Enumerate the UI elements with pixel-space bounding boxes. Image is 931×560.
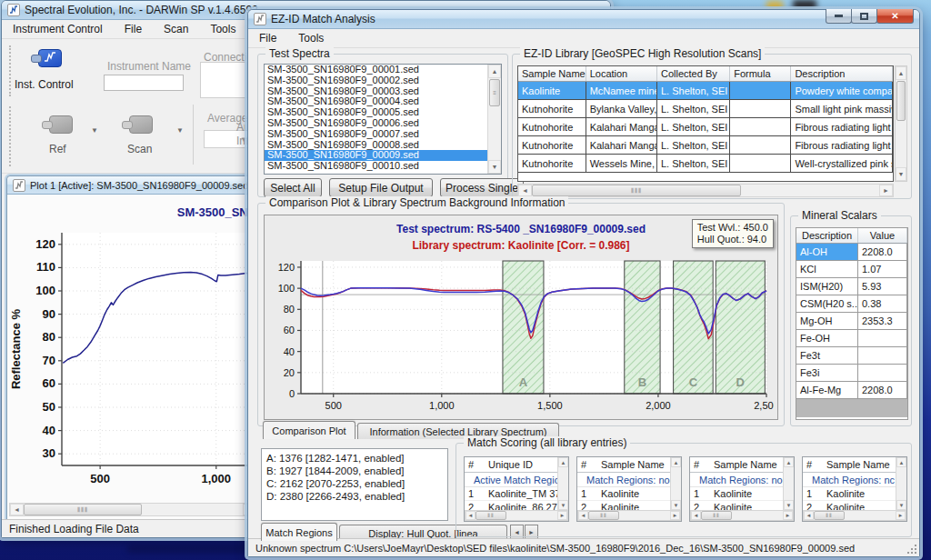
scroll-right-icon[interactable]: ► (879, 185, 893, 196)
column-header-value[interactable]: Value (858, 228, 907, 243)
scroll-thumb[interactable] (896, 81, 906, 121)
scroll-left-icon[interactable]: ◄ (10, 504, 24, 515)
column-header-description[interactable]: Description (791, 66, 893, 81)
setup-file-output-button[interactable]: Setup File Output (329, 178, 433, 197)
match-region-item[interactable]: D: 2380 [2266-2493, enabled] (264, 490, 445, 503)
scroll-left-icon[interactable]: ◄ (466, 511, 476, 520)
score-hscrollbar[interactable]: ◄⦀⦀► (577, 510, 681, 521)
score-hscrollbar[interactable]: ◄⦀⦀► (690, 510, 794, 521)
close-button[interactable]: ✕ (876, 9, 914, 24)
scan-icon[interactable] (122, 114, 158, 137)
score-hscrollbar[interactable]: ◄⦀⦀► (803, 510, 906, 521)
test-spectra-item[interactable]: SM-3500_SN16980F9_00002.sed (265, 75, 501, 86)
scroll-up-icon[interactable]: ▲ (558, 457, 568, 467)
column-header-sample-name[interactable]: Sample Name (518, 66, 586, 81)
scroll-thumb[interactable]: ⦀⦀⦀ (24, 504, 142, 515)
match-region-item[interactable]: B: 1927 [1844-2009, enabled] (264, 465, 445, 477)
table-row[interactable]: KaoliniteMcNamee mine, ...L. Shelton, SE… (518, 82, 893, 100)
ref-label[interactable]: Ref (49, 143, 66, 155)
score-row[interactable]: 1Kaolinite (690, 487, 794, 501)
test-spectra-item[interactable]: SM-3500_SN16980F9_00007.sed (265, 129, 501, 140)
scroll-down-icon[interactable]: ▼ (558, 500, 568, 510)
score-row[interactable]: 1Kaolinite_TM 3706 (465, 487, 568, 501)
column-header[interactable]: # (577, 457, 597, 472)
test-spectra-item[interactable]: SM-3500_SN16980F9_00010.sed (265, 161, 501, 172)
library-hscrollbar[interactable]: ◄ ⦀⦀⦀ ► (517, 184, 894, 197)
menu-item-file[interactable]: File (114, 20, 153, 38)
instrument-control-icon[interactable] (31, 47, 67, 71)
dialog-menu-item-file[interactable]: File (248, 29, 287, 47)
select-all-button[interactable]: Select All (264, 178, 322, 197)
scroll-left-icon[interactable]: ◄ (691, 511, 701, 520)
column-header-formula[interactable]: Formula (730, 66, 791, 81)
scroll-down-icon[interactable]: ▼ (896, 500, 906, 510)
scroll-up-icon[interactable]: ▲ (488, 65, 501, 78)
column-header[interactable]: Sample Name (710, 457, 788, 472)
scroll-thumb[interactable]: ⦀⦀ (701, 511, 732, 520)
score-row[interactable]: 1Kaolinite (803, 487, 906, 501)
mineral-row[interactable]: Fe3t (796, 347, 907, 365)
maximize-button[interactable] (851, 9, 877, 24)
mineral-row[interactable]: ISM(H20)5.93 (796, 278, 907, 295)
tab-comparison-plot[interactable]: Comparison Plot (263, 421, 355, 439)
scroll-down-icon[interactable]: ▼ (896, 167, 906, 181)
score-row[interactable]: 1Kaolinite (577, 487, 681, 501)
column-header[interactable]: # (690, 457, 710, 472)
mineral-row[interactable]: Fe-OH (796, 330, 907, 347)
scroll-right-icon[interactable]: ► (896, 511, 906, 520)
scroll-right-icon[interactable]: ► (557, 511, 567, 520)
minimize-button[interactable] (826, 9, 852, 24)
score-hscrollbar[interactable]: ◄⦀⦀► (465, 510, 568, 521)
mineral-row[interactable]: Al-Fe-Mg2208.0 (796, 382, 907, 399)
scroll-thumb[interactable]: ≡ (489, 79, 500, 106)
table-row[interactable]: KutnohoriteBylanka Valley, K...L. Shelto… (518, 100, 893, 118)
toolbar-grip[interactable] (9, 106, 12, 166)
scroll-left-icon[interactable]: ◄ (518, 185, 532, 196)
dialog-title-bar[interactable]: EZ-ID Match Analysis ✕ (248, 10, 919, 29)
plot1-horizontal-scrollbar[interactable]: ◄ ⦀⦀⦀ ► (9, 503, 257, 516)
scroll-down-icon[interactable]: ▼ (784, 500, 794, 510)
scan-dropdown-caret[interactable]: ▼ (176, 126, 184, 135)
resize-grip[interactable] (906, 544, 917, 555)
column-header[interactable]: Unique ID (485, 457, 563, 472)
scroll-right-icon[interactable]: ► (670, 511, 680, 520)
scroll-thumb[interactable]: ⦀⦀ (588, 511, 619, 520)
dialog-menu-item-tools[interactable]: Tools (287, 29, 335, 47)
column-header[interactable]: # (803, 457, 823, 472)
scroll-right-icon[interactable]: ► (783, 511, 793, 520)
scroll-up-icon[interactable]: ▲ (784, 457, 794, 467)
scroll-thumb[interactable]: ⦀⦀⦀ (532, 185, 741, 196)
tab-match-regions[interactable]: Match Regions (261, 523, 337, 541)
scroll-up-icon[interactable]: ▲ (896, 457, 906, 467)
scan-label[interactable]: Scan (127, 143, 152, 155)
plot1-title-bar[interactable]: Plot 1 [Active]: SM-3500_SN16980F9_00009… (7, 176, 259, 195)
column-header-location[interactable]: Location (586, 66, 657, 81)
scroll-left-icon[interactable]: ◄ (804, 511, 814, 520)
ref-icon[interactable] (42, 114, 78, 137)
instrument-name-input[interactable] (104, 75, 184, 91)
scroll-thumb[interactable]: ⦀⦀ (814, 511, 845, 520)
scroll-up-icon[interactable]: ▲ (896, 66, 906, 80)
column-header-description[interactable]: Description (796, 228, 858, 243)
mineral-row[interactable]: KCl1.07 (796, 261, 907, 278)
scroll-down-icon[interactable]: ▼ (488, 160, 501, 174)
test-spectra-item[interactable]: SM-3500_SN16980F9_00006.sed (265, 118, 501, 129)
mineral-row[interactable]: CSM(H20 s...0.38 (796, 295, 907, 313)
column-header[interactable]: Sample Name (597, 457, 676, 472)
mineral-row[interactable]: Mg-OH2353.3 (796, 313, 907, 330)
match-region-item[interactable]: C: 2162 [2070-2253, enabled] (264, 477, 445, 490)
table-row[interactable]: KutnohoriteKalahari Mangan...L. Shelton,… (518, 136, 893, 155)
menu-item-instrument-control[interactable]: Instrument Control (2, 20, 114, 38)
scroll-down-icon[interactable]: ▼ (671, 500, 681, 510)
scroll-thumb[interactable]: ⦀⦀ (476, 511, 506, 520)
ref-dropdown-caret[interactable]: ▼ (91, 126, 98, 135)
table-row[interactable]: KutnohoriteWessels Mine, K...L. Shelton,… (518, 155, 893, 173)
instrument-control-label[interactable]: Inst. Control (15, 78, 74, 91)
library-vscrollbar[interactable]: ▲ ▼ (895, 65, 907, 182)
test-list-scrollbar[interactable]: ▲ ≡ ▼ (487, 65, 501, 174)
mineral-row[interactable]: Al-OH2208.0 (796, 244, 907, 261)
menu-item-scan[interactable]: Scan (153, 20, 199, 38)
mineral-row[interactable]: Fe3i (796, 365, 907, 382)
menu-item-tools[interactable]: Tools (199, 20, 246, 38)
scroll-left-icon[interactable]: ◄ (578, 511, 588, 520)
